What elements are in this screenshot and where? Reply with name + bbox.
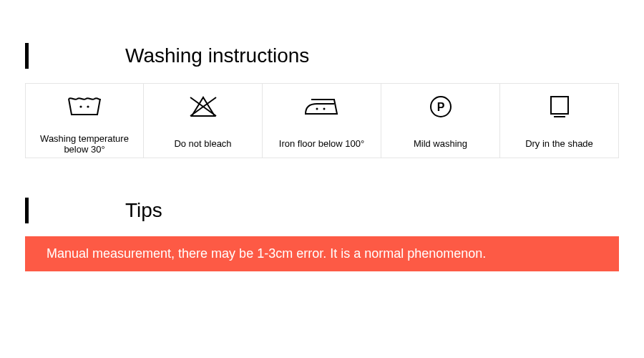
svg-point-4: [316, 108, 318, 110]
svg-point-5: [323, 108, 325, 110]
care-label: Washing temperature below 30°: [25, 130, 144, 158]
tips-heading-row: Tips: [25, 198, 619, 223]
tips-heading: Tips: [125, 199, 162, 222]
care-item: Iron floor below 100°: [263, 83, 381, 158]
care-label: Mild washing: [381, 130, 500, 158]
iron-low-icon: [263, 83, 381, 130]
washing-heading-row: Washing instructions: [25, 43, 619, 69]
care-item: Dry in the shade: [500, 83, 619, 158]
dry-shade-icon: [500, 83, 619, 130]
care-item: Washing temperature below 30°: [25, 83, 144, 158]
svg-point-0: [79, 105, 82, 107]
wash-30-icon: [25, 83, 144, 130]
svg-text:P: P: [436, 101, 444, 113]
page-container: Washing instructions Washing temperature…: [0, 0, 644, 271]
washing-heading: Washing instructions: [125, 44, 309, 67]
care-item: P Mild washing: [381, 83, 500, 158]
svg-point-1: [87, 105, 89, 107]
tips-banner: Manual measurement, there may be 1-3cm e…: [25, 236, 619, 271]
care-label: Iron floor below 100°: [263, 130, 381, 158]
care-item: Do not bleach: [144, 83, 263, 158]
heading-bar: [25, 198, 29, 223]
svg-rect-8: [551, 97, 568, 114]
care-instructions-grid: Washing temperature below 30° Do not ble…: [25, 83, 619, 158]
dryclean-p-icon: P: [381, 83, 500, 130]
heading-bar: [25, 43, 29, 69]
no-bleach-icon: [144, 83, 263, 130]
care-label: Dry in the shade: [500, 130, 619, 158]
care-label: Do not bleach: [144, 130, 263, 158]
